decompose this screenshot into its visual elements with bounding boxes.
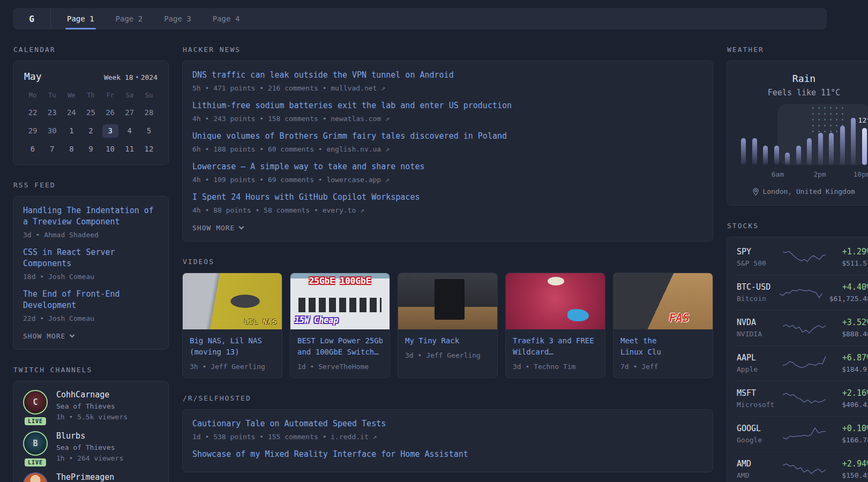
weather-tick-label: 2pm <box>813 170 826 178</box>
channel-name[interactable]: Blurbs <box>56 431 123 441</box>
twitch-channel-row[interactable]: B LIVE Blurbs Sea of Thieves 1h • 264 vi… <box>23 431 159 462</box>
stock-ticker: AMD <box>737 459 776 469</box>
top-nav: G Page 1 Page 2 Page 3 Page 4 <box>13 8 827 29</box>
video-title[interactable]: Linux Clu <box>620 347 706 358</box>
hn-item-meta: 4h • 243 points • 158 comments • newatla… <box>192 115 703 123</box>
tab-page-4[interactable]: Page 4 <box>213 8 240 29</box>
weather-tick-label: 10pm <box>854 170 868 178</box>
video-thumbnail[interactable] <box>506 273 605 329</box>
reddit-widget: Cautionary Tale on Automated Speed Tests… <box>182 409 713 472</box>
tab-page-2[interactable]: Page 2 <box>116 8 143 29</box>
stock-ticker: SPY <box>737 247 776 257</box>
twitch-channel-row[interactable]: C LIVE CohhCarnage Sea of Thieves 1h • 5… <box>23 390 159 421</box>
weather-temp-bar <box>840 126 845 165</box>
channel-game: Sea of Thieves <box>56 402 128 410</box>
stock-row[interactable]: NVDANVIDIA+3.52%$888.40 <box>737 310 868 345</box>
weather-temp-bar <box>741 138 746 165</box>
reddit-item-meta: 1d • 538 points • 155 comments • i.redd.… <box>192 433 703 441</box>
video-title[interactable]: Wildcard… <box>513 347 598 358</box>
tab-page-3[interactable]: Page 3 <box>164 8 191 29</box>
stock-company: Apple <box>737 365 776 373</box>
weather-section-title: WEATHER <box>727 46 868 54</box>
hn-item-meta: 4h • 109 points • 69 comments • lowercas… <box>192 176 703 184</box>
calendar-day: 5 <box>139 124 159 138</box>
hackernews-section-title: HACKER NEWS <box>183 46 713 54</box>
video-card[interactable]: LIL NAS Big NAS, Lil NAS (moving 13) 3h … <box>182 273 282 378</box>
hn-item-link[interactable]: I Spent 24 Hours with GitHub Copilot Wor… <box>192 192 703 203</box>
thumbnail-text: 15W Cheap <box>295 315 338 325</box>
video-card[interactable]: My Tiny Rack 3d • Jeff Geerling <box>398 273 498 378</box>
rss-widget: Handling The Indentation of a Treeview C… <box>13 196 169 350</box>
stock-change: +3.52% <box>833 318 868 327</box>
rss-item: Handling The Indentation of a Treeview C… <box>23 205 159 239</box>
calendar-weekday: Sa <box>120 92 139 101</box>
stock-row[interactable]: MSFTMicrosoft+2.16%$406.43 <box>737 381 868 416</box>
video-title[interactable]: Meet the <box>620 335 706 347</box>
channel-avatar: C <box>23 390 48 415</box>
hn-item-link[interactable]: DNS traffic can leak outside the VPN tun… <box>192 70 703 81</box>
video-title[interactable]: (moving 13) <box>190 347 275 358</box>
stock-sparkline <box>781 389 827 408</box>
calendar-day: 4 <box>120 124 139 138</box>
twitch-channel-row[interactable]: ThePrimeagen <box>23 472 159 482</box>
weather-time-ticks: 6am2pm10pm <box>741 170 867 179</box>
channel-avatar <box>23 472 48 482</box>
hn-item-link[interactable]: Lowercase – A simple way to take and sha… <box>192 161 703 172</box>
reddit-item-link[interactable]: Cautionary Tale on Automated Speed Tests <box>192 418 703 430</box>
video-thumbnail[interactable]: FAS <box>613 273 713 329</box>
main-grid: CALENDAR May Week 182024 MoTuWeThFrSaSu2… <box>13 46 827 482</box>
video-thumbnail[interactable]: LIL NAS <box>183 273 282 329</box>
hn-item: Lowercase – A simple way to take and sha… <box>192 161 703 184</box>
stocks-widget: SPYS&P 500+1.29%$511.57BTC-USDBitcoin+4.… <box>727 237 868 482</box>
video-title[interactable]: and 100GbE Switch… <box>297 347 383 358</box>
stock-change: +2.94% <box>833 459 868 469</box>
video-title[interactable]: My Tiny Rack <box>405 335 490 347</box>
video-thumbnail[interactable] <box>398 273 497 329</box>
rss-item-link[interactable]: The End of Front-End Development <box>23 289 159 311</box>
app-logo[interactable]: G <box>13 8 50 29</box>
hn-show-more-button[interactable]: SHOW MORE <box>192 224 243 232</box>
calendar-day: 2 <box>81 124 100 138</box>
live-badge: LIVE <box>25 458 46 466</box>
rss-item-link[interactable]: CSS in React Server Components <box>23 247 159 269</box>
videos-section-title: VIDEOS <box>183 258 713 266</box>
rss-item-link[interactable]: Handling The Indentation of a Treeview C… <box>23 205 159 228</box>
weather-temp-bar: 12° <box>862 128 867 165</box>
channel-name[interactable]: ThePrimeagen <box>56 472 114 482</box>
stock-row[interactable]: GOOGLGoogle+0.10%$166.78 <box>737 416 868 451</box>
reddit-item-link[interactable]: Showcase of my Mixed Reality Interface f… <box>192 449 703 460</box>
calendar-day: 27 <box>120 106 139 119</box>
tab-page-1[interactable]: Page 1 <box>67 8 94 29</box>
stock-row[interactable]: AAPLApple+6.87%$184.91 <box>737 345 868 381</box>
video-card[interactable]: 25GbE 100GbE 15W Cheap BEST Low Power 25… <box>290 273 390 378</box>
channel-avatar: B <box>23 431 48 456</box>
hn-item: DNS traffic can leak outside the VPN tun… <box>192 70 703 92</box>
stock-sparkline <box>781 354 827 372</box>
stock-sparkline <box>781 460 827 478</box>
video-card[interactable]: FAS Meet the Linux Clu 7d • Jeff <box>613 273 713 378</box>
video-title[interactable]: BEST Low Power 25GbE <box>297 335 383 347</box>
stock-sparkline <box>781 319 827 337</box>
video-title[interactable]: Big NAS, Lil NAS <box>190 335 275 347</box>
twitch-widget: C LIVE CohhCarnage Sea of Thieves 1h • 5… <box>13 381 169 482</box>
thumbnail-text: LIL NAS <box>244 318 277 326</box>
stock-company: AMD <box>737 471 776 479</box>
calendar-day: 6 <box>23 142 42 156</box>
hn-item-link[interactable]: Lithium-free sodium batteries exit the l… <box>192 100 703 111</box>
weather-temp-bar <box>807 138 812 165</box>
calendar-month: May <box>24 71 42 82</box>
calendar-weekday: We <box>62 92 81 101</box>
stock-change: +1.29% <box>833 247 868 257</box>
video-card[interactable]: Traefik 3 and FREE Wildcard… 3d • Techno… <box>505 273 605 378</box>
stock-row[interactable]: AMDAMD+2.94%$150.45 <box>737 451 868 482</box>
rss-show-more-button[interactable]: SHOW MORE <box>23 332 74 340</box>
channel-name[interactable]: CohhCarnage <box>56 390 128 400</box>
hn-item-link[interactable]: Unique volumes of Brothers Grimm fairy t… <box>192 131 703 142</box>
twitch-avatar-wrap: C LIVE <box>23 390 48 421</box>
video-thumbnail[interactable]: 25GbE 100GbE 15W Cheap <box>290 273 390 329</box>
calendar-section-title: CALENDAR <box>13 46 169 54</box>
stock-company: Bitcoin <box>737 295 773 303</box>
stock-row[interactable]: BTC-USDBitcoin+4.40%$61,725.48 <box>737 275 868 310</box>
stock-row[interactable]: SPYS&P 500+1.29%$511.57 <box>737 240 868 275</box>
video-title[interactable]: Traefik 3 and FREE <box>513 335 598 347</box>
